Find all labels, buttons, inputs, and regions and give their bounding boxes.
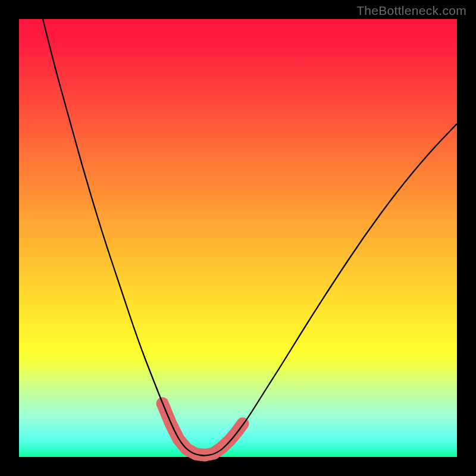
watermark-text: TheBottleneck.com bbox=[356, 4, 466, 18]
bottleneck-curve bbox=[43, 19, 457, 456]
chart-overlay bbox=[19, 19, 457, 457]
